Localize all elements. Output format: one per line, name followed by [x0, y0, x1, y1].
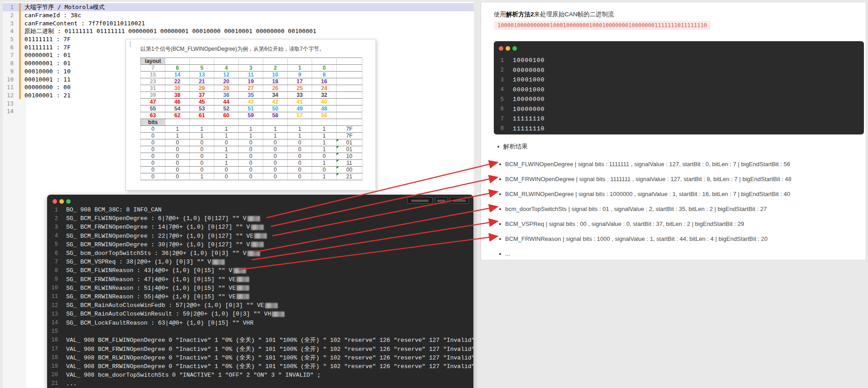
change-indicator: [19, 67, 21, 76]
bit-number-cell: 9: [288, 72, 312, 78]
dbc-line[interactable]: 15: [47, 327, 473, 336]
dbc-line[interactable]: 18VAL_ 908 BCM_RLWINOpenDegree 0 "Inacti…: [47, 353, 473, 362]
bit-value-cell: 1: [312, 133, 337, 139]
bit-value-cell: 0: [263, 167, 288, 173]
dbc-terminal-window[interactable]: 1BO_ 908 BCM_38C: 8 INFO_CAN2SG_ BCM_FLW…: [47, 195, 473, 388]
empty-cell: [288, 58, 312, 65]
line-number: 10: [3, 76, 19, 83]
bit-number-cell: 58: [263, 112, 288, 119]
bits-row: 0001000010: [141, 153, 362, 160]
dbc-line-text: SG_ BCM_RRWINOpenDegree : 30|7@0+ (1,0) …: [66, 241, 250, 248]
change-indicator: [19, 107, 21, 115]
redacted-text-blur: [272, 311, 285, 317]
bit-number-cell: 48: [312, 105, 337, 112]
dbc-line[interactable]: 9SG_ BCM_FRWINReason : 47|4@0+ (1,0) [0|…: [47, 275, 473, 284]
can-parsing-tutorial-page: 1大端字节序 / Motorola模式2canFrameId : 38c3can…: [0, 0, 868, 388]
line-number: 1: [494, 57, 506, 64]
empty-cell: [190, 119, 214, 126]
bit-number-cell: 28: [214, 85, 239, 92]
dbc-line-text: SG_ BCM_FRWINOpenDegree : 14|7@0+ (1,0) …: [66, 224, 250, 230]
terminal-toolbar-chip[interactable]: [435, 197, 448, 204]
minimize-window-icon: [506, 46, 510, 51]
editor-line[interactable]: 4原始二进制 : 01111111 01111111 00000001 0000…: [3, 27, 474, 35]
dbc-line[interactable]: 19VAL_ 908 BCM_RRWINOpenDegree 0 "Inacti…: [47, 362, 473, 370]
bit-number-cell: 54: [165, 105, 190, 112]
layout-row: 3130292827262524: [141, 85, 362, 92]
reordered-byte-line: 510000000: [494, 95, 864, 105]
dbc-line[interactable]: 11SG_ BCM_RRWINReason : 55|4@0+ (1,0) [0…: [47, 292, 473, 301]
empty-cell: [337, 105, 362, 112]
bit-number-cell: 13: [190, 72, 214, 78]
bit-number-cell: 32: [312, 92, 337, 99]
dbc-line[interactable]: 8SG_ BCM_FLWINReason : 43|4@0+ (1,0) [0|…: [47, 266, 473, 275]
editor-line[interactable]: 2canFrameId : 38c: [3, 11, 474, 19]
bullet-icon: [499, 193, 501, 195]
bit-value-cell: 0: [190, 167, 214, 173]
dbc-line[interactable]: 13SG_ BCM_RainAutoCloseWinResult : 59|2@…: [47, 310, 473, 318]
empty-cell: [337, 119, 362, 126]
dbc-line[interactable]: 2SG_ BCM_FLWINOpenDegree : 6|7@0+ (1,0) …: [47, 214, 473, 223]
parse-result-text: BCM_FRWINOpenDegree | signal bits : 1111…: [505, 176, 791, 182]
dbc-line[interactable]: 21...: [47, 379, 473, 388]
terminal-toolbar-chip[interactable]: [450, 197, 469, 204]
minimize-window-icon[interactable]: [59, 199, 64, 204]
layout-row: 3938373635343332: [141, 92, 362, 99]
terminal-toolbar-chip[interactable]: [407, 197, 433, 204]
dbc-line[interactable]: 4SG_ BCM_RLWINOpenDegree : 22|7@0+ (1,0)…: [47, 232, 473, 240]
bit-number-cell: 61: [190, 112, 214, 119]
binary-stream-code: 1000010000000000100010000000100010000000…: [494, 21, 710, 30]
reordered-byte-line: 310001000: [494, 75, 864, 85]
line-number: 16: [47, 337, 62, 343]
dbc-line[interactable]: 14SG_ BCM_LockFaultReason : 63|4@0+ (1,0…: [47, 318, 473, 327]
dbc-line[interactable]: 1BO_ 908 BCM_38C: 8 INFO_CAN: [47, 206, 473, 214]
bit-number-cell: 39: [141, 92, 165, 99]
bit-value-cell: 1: [312, 146, 337, 153]
bit-layout-table: layout7654321015141312111098232221201918…: [140, 57, 362, 180]
bit-value-cell: 1: [239, 133, 263, 139]
bullet-icon: [499, 178, 501, 180]
bit-number-cell: 22: [165, 78, 190, 85]
change-indicator: [19, 99, 21, 107]
bit-number-cell: 56: [312, 112, 337, 119]
bit-value-cell: 0: [239, 153, 263, 160]
line-number: 13: [47, 311, 62, 317]
line-number: 18: [47, 354, 62, 361]
bit-number-cell: 0: [312, 65, 337, 72]
close-window-icon[interactable]: [53, 199, 57, 204]
editor-line-text: 00000000 : 00: [24, 84, 71, 91]
dbc-line[interactable]: 10SG_ BCM_RLWINReason : 51|4@0+ (1,0) [0…: [47, 284, 473, 292]
results-heading-label: 解析结果: [503, 143, 528, 151]
dbc-line-text: SG_ BCM_RainAutoCloseWinResult : 59|2@0+…: [66, 311, 271, 317]
bits-row: 0010000121: [141, 173, 362, 180]
results-heading: 解析结果: [497, 143, 528, 151]
dbc-line[interactable]: 6SG_ bcm_doorTopSwitchSts : 36|2@0+ (1,0…: [47, 249, 473, 258]
dbc-line[interactable]: 16VAL_ 908 BCM_FLWINOpenDegree 0 "Inacti…: [47, 336, 473, 345]
editor-line[interactable]: 1大端字节序 / Motorola模式: [3, 3, 474, 11]
dbc-line[interactable]: 7SG_ BCM_VSPReq : 38|2@0+ (1,0) [0|3] ""…: [47, 258, 473, 266]
redacted-text-blur: [212, 259, 225, 265]
bit-value-cell: 0: [141, 167, 165, 173]
dbc-line[interactable]: 12SG_ BCM_RainAutoCloseWinFedb : 57|2@0+…: [47, 301, 473, 310]
dbc-line[interactable]: 3SG_ BCM_FRWINOpenDegree : 14|7@0+ (1,0)…: [47, 223, 473, 231]
bit-number-cell: 50: [263, 105, 288, 112]
bit-value-cell: 0: [288, 160, 312, 167]
line-number: 7: [47, 259, 62, 265]
bit-layout-table-body: layout7654321015141312111098232221201918…: [141, 58, 362, 180]
parsing-explanation-panel: 使用解析方法2来处理原始CAN帧的二进制流 100001000000000010…: [481, 2, 866, 260]
change-indicator: [19, 3, 21, 11]
bit-number-cell: 38: [165, 92, 190, 99]
bit-number-cell: 29: [190, 85, 214, 92]
maximize-window-icon[interactable]: [66, 199, 71, 204]
bits-header-cell: bits: [141, 119, 165, 126]
parse-result-text: bcm_doorTopSwitchSts | signal bits : 01 …: [505, 206, 767, 212]
dbc-line[interactable]: 17VAL_ 908 BCM_FRWINOpenDegree 0 "Inacti…: [47, 345, 473, 353]
empty-cell: [214, 58, 239, 65]
bit-number-cell: 52: [214, 105, 239, 112]
terminal-toolbar[interactable]: [407, 197, 469, 204]
editor-line-text: 00100001 : 21: [24, 92, 71, 99]
dbc-file-lines[interactable]: 1BO_ 908 BCM_38C: 8 INFO_CAN2SG_ BCM_FLW…: [47, 206, 473, 388]
editor-line[interactable]: 3canFrameContent : 7f7f010110110021: [3, 19, 474, 27]
dbc-line[interactable]: 5SG_ BCM_RRWINOpenDegree : 30|7@0+ (1,0)…: [47, 240, 473, 249]
dbc-line[interactable]: 20VAL_ 908 bcm_doorTopSwitchSts 0 "INACT…: [47, 371, 473, 379]
line-number: 8: [3, 60, 19, 67]
